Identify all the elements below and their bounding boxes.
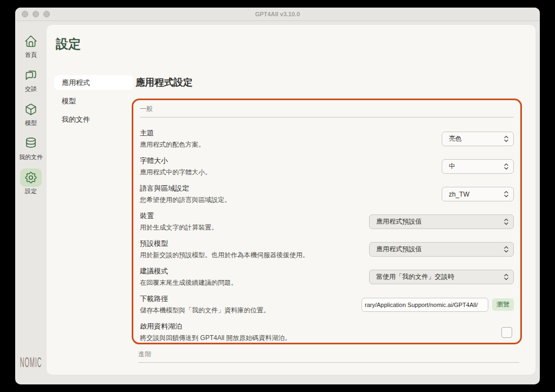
setting-description: 您希望使用的語言與區域設定。	[140, 195, 231, 205]
traffic-lights	[22, 11, 50, 17]
tab-models[interactable]: 模型	[54, 94, 133, 108]
setting-description: 將交談與回饋傳送到 GPT4All 開放原始碼資料湖泊。	[140, 334, 291, 343]
setting-title: 建議模式	[140, 266, 237, 276]
download-path-input[interactable]	[362, 298, 488, 312]
cube-icon	[20, 100, 42, 119]
select-value: 應用程式預設值	[376, 217, 422, 226]
chat-icon	[20, 66, 42, 84]
zoom-window-button[interactable]	[43, 11, 50, 17]
select-value: 當使用「我的文件」交談時	[376, 272, 454, 282]
settings-heading: 應用程式設定	[135, 76, 192, 89]
browse-button[interactable]: 瀏覽	[492, 298, 514, 311]
section-divider	[138, 362, 519, 363]
setting-description: 應用程式中的字體大小。	[140, 168, 211, 177]
screen: GPT4All v3.10.0 首頁 交談 模型	[0, 0, 555, 392]
theme-select[interactable]: 亮色	[442, 132, 514, 146]
section-label-general: 一般	[140, 104, 514, 114]
titlebar: GPT4All v3.10.0	[15, 8, 540, 21]
close-window-button[interactable]	[22, 11, 28, 17]
setting-row-theme: 主題 應用程式的配色方案。 亮色	[140, 125, 514, 153]
sidebar-item-localdocs[interactable]: 我的文件	[19, 134, 43, 161]
section-divider	[140, 117, 514, 117]
setting-description: 用於新交談的預設模型。也用於作為本機伺服器後援使用。	[140, 251, 309, 260]
setting-title: 語言與區域設定	[140, 184, 231, 193]
sidebar-item-chats[interactable]: 交談	[20, 66, 42, 93]
updown-chevron-icon	[504, 191, 508, 198]
sidebar-item-label: 模型	[25, 119, 37, 127]
setting-title: 字體大小	[140, 156, 211, 166]
setting-row-suggestion-mode: 建議模式 在回覆末尾生成後續建議的問題。 當使用「我的文件」交談時	[140, 263, 514, 291]
sidebar-item-label: 設定	[25, 187, 37, 195]
setting-row-device: 裝置 用於生成文字的計算裝置。 應用程式預設值	[140, 208, 514, 236]
setting-row-download-path: 下載路徑 儲存本機模型與「我的文件」資料庫的位置。 瀏覽	[140, 291, 514, 318]
select-value: 中	[449, 162, 455, 171]
select-value: zh_TW	[449, 191, 469, 198]
sidebar-item-home[interactable]: 首頁	[20, 32, 42, 59]
window-title: GPT4All v3.10.0	[15, 11, 540, 17]
updown-chevron-icon	[504, 135, 508, 142]
minimize-window-button[interactable]	[33, 11, 39, 17]
page-title: 設定	[56, 36, 81, 53]
sidebar-item-label: 我的文件	[19, 153, 43, 161]
tab-localdocs[interactable]: 我的文件	[54, 112, 133, 127]
sidebar-item-label: 首頁	[25, 51, 37, 59]
settings-page: 設定 應用程式 模型 我的文件 應用程式設定 一般 主題 應用程式的配色方案。	[47, 25, 535, 375]
setting-row-language: 語言與區域設定 您希望使用的語言與區域設定。 zh_TW	[140, 180, 514, 208]
app-window: GPT4All v3.10.0 首頁 交談 模型	[15, 8, 540, 384]
default-model-select[interactable]: 應用程式預設值	[369, 242, 514, 257]
settings-subnav: 應用程式 模型 我的文件	[54, 75, 133, 130]
device-select[interactable]: 應用程式預設值	[369, 214, 514, 229]
sidebar-item-settings[interactable]: 設定	[20, 168, 42, 195]
setting-title: 裝置	[140, 211, 218, 221]
sidebar-item-label: 交談	[25, 85, 37, 93]
setting-title: 下載路徑	[140, 294, 270, 304]
setting-row-font-size: 字體大小 應用程式中的字體大小。 中	[140, 153, 514, 180]
setting-title: 預設模型	[140, 239, 309, 249]
updown-chevron-icon	[504, 218, 508, 225]
gear-icon	[20, 168, 42, 187]
home-icon	[20, 32, 42, 50]
setting-description: 儲存本機模型與「我的文件」資料庫的位置。	[140, 306, 270, 315]
sidebar: 首頁 交談 模型 我的文件	[15, 21, 47, 384]
datalake-checkbox[interactable]	[501, 327, 512, 338]
sidebar-item-models[interactable]: 模型	[20, 100, 42, 127]
setting-title: 主題	[140, 128, 205, 138]
advanced-section: 進階	[138, 350, 519, 363]
settings-rows: 主題 應用程式的配色方案。 亮色 字體大小 應用程式中的字體大小。	[140, 125, 514, 346]
select-value: 應用程式預設值	[376, 245, 422, 254]
updown-chevron-icon	[504, 246, 508, 253]
language-select[interactable]: zh_TW	[442, 187, 514, 201]
tab-application[interactable]: 應用程式	[54, 75, 133, 90]
updown-chevron-icon	[504, 163, 508, 170]
font-size-select[interactable]: 中	[442, 159, 514, 174]
section-label-advanced: 進階	[138, 350, 519, 359]
database-icon	[20, 134, 42, 153]
setting-row-default-model: 預設模型 用於新交談的預設模型。也用於作為本機伺服器後援使用。 應用程式預設值	[140, 236, 514, 263]
suggestion-mode-select[interactable]: 當使用「我的文件」交談時	[369, 270, 514, 284]
setting-row-datalake: 啟用資料湖泊 將交談與回饋傳送到 GPT4All 開放原始碼資料湖泊。	[140, 318, 514, 346]
select-value: 亮色	[449, 134, 462, 143]
setting-description: 用於生成文字的計算裝置。	[140, 223, 218, 232]
setting-description: 應用程式的配色方案。	[140, 140, 205, 149]
setting-description: 在回覆末尾生成後續建議的問題。	[140, 278, 237, 288]
setting-title: 啟用資料湖泊	[140, 322, 291, 331]
updown-chevron-icon	[504, 273, 508, 280]
annotation-highlight: 一般 主題 應用程式的配色方案。 亮色	[132, 99, 522, 344]
nomic-logo: NOMIC	[20, 354, 42, 370]
